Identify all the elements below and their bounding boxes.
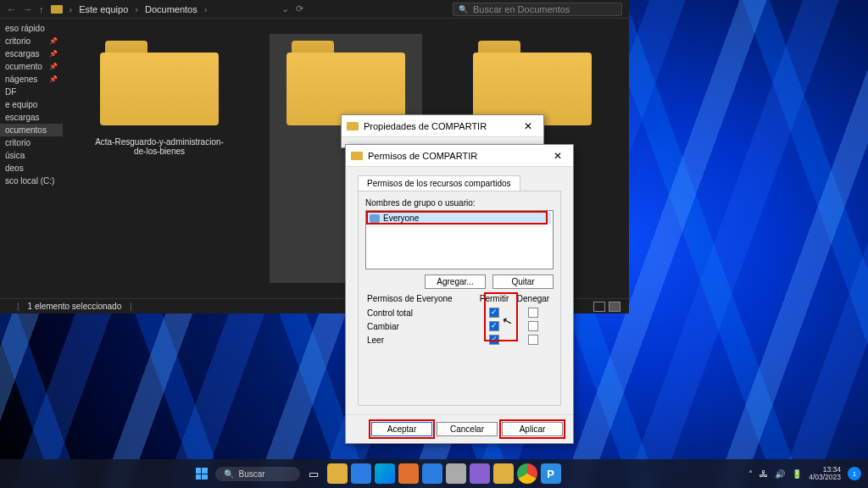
store-icon[interactable]: [422, 463, 442, 484]
app-icon[interactable]: [398, 463, 419, 484]
explorer-taskbar-icon[interactable]: [327, 463, 348, 484]
allow-checkbox[interactable]: [489, 308, 499, 318]
cancel-button[interactable]: Cancelar: [437, 422, 498, 436]
app-icon[interactable]: [446, 463, 466, 484]
battery-icon[interactable]: 🔋: [792, 469, 802, 479]
search-icon: 🔍: [224, 469, 234, 479]
sidebar-item[interactable]: eso rápido: [0, 22, 63, 35]
user-label: Everyone: [383, 214, 419, 223]
permissions-dialog: Permisos de COMPARTIR ✕ Permisos de los …: [345, 144, 574, 444]
sidebar-item[interactable]: e equipo: [0, 98, 63, 111]
folder-icon: [473, 41, 592, 125]
deny-checkbox[interactable]: [528, 321, 538, 331]
folder-icon: [100, 41, 219, 125]
edge-icon[interactable]: [375, 463, 395, 484]
explorer-sidebar: eso rápidocritorio📌escargas📌ocumento📌nág…: [0, 19, 63, 298]
explorer-taskbar-icon[interactable]: [493, 463, 514, 484]
app-icon[interactable]: P: [541, 463, 561, 484]
breadcrumb-sep: ›: [135, 4, 138, 14]
folder-icon: [287, 41, 405, 125]
folder-item[interactable]: Acta-Resguardo-y-administracion-de-los-b…: [83, 34, 236, 283]
sidebar-item[interactable]: DF: [0, 86, 63, 98]
user-everyone[interactable]: Everyone: [368, 213, 551, 224]
properties-dialog: Propiedades de COMPARTIR ✕: [341, 114, 544, 148]
view-large-icon[interactable]: [609, 302, 620, 312]
properties-titlebar[interactable]: Propiedades de COMPARTIR ✕: [342, 115, 543, 137]
clock-date: 4/03/2023: [809, 474, 841, 481]
app-icon[interactable]: [470, 463, 490, 484]
notification-badge[interactable]: 1: [848, 467, 861, 480]
explorer-search[interactable]: 🔍 Buscar en Documentos: [453, 3, 622, 16]
folder-icon: [351, 152, 363, 160]
folder-label: Acta-Resguardo-y-administracion-de-los-b…: [90, 137, 229, 156]
deny-checkbox[interactable]: [528, 335, 538, 345]
users-icon: [370, 214, 380, 223]
remove-button[interactable]: Quitar: [492, 274, 554, 289]
taskbar: 🔍 Buscar ▭ P ˄ 🖧 🔊 🔋 13:34 4/03/2023 1: [0, 459, 868, 488]
tab-share-permissions[interactable]: Permisos de los recursos compartidos: [358, 175, 520, 191]
permission-row: Control total: [367, 307, 552, 319]
network-icon[interactable]: 🖧: [760, 469, 768, 479]
nav-back-icon[interactable]: ←: [7, 4, 16, 14]
breadcrumb-sep: ›: [70, 4, 73, 14]
refresh-icon[interactable]: ⟳: [296, 3, 303, 14]
task-view-icon[interactable]: ▭: [303, 463, 324, 484]
sidebar-item[interactable]: critorio📌: [0, 35, 63, 47]
permissions-table: Permisos de Everyone Permitir Denegar Co…: [365, 292, 554, 347]
deny-checkbox[interactable]: [528, 308, 538, 318]
taskbar-clock[interactable]: 13:34 4/03/2023: [809, 466, 841, 482]
permissions-titlebar[interactable]: Permisos de COMPARTIR ✕: [346, 145, 573, 167]
chrome-icon[interactable]: [517, 463, 537, 484]
search-placeholder: Buscar en Documentos: [473, 4, 570, 14]
start-button[interactable]: [192, 463, 212, 484]
nav-up-icon[interactable]: ↑: [39, 4, 44, 14]
close-icon[interactable]: ✕: [516, 120, 540, 132]
add-button[interactable]: Agregar...: [425, 274, 486, 289]
sidebar-item[interactable]: critorio: [0, 136, 63, 149]
view-details-icon[interactable]: [593, 302, 605, 312]
permission-name: Cambiar: [367, 320, 474, 332]
permission-name: Leer: [367, 334, 474, 346]
taskbar-search[interactable]: 🔍 Buscar: [215, 467, 300, 481]
status-selection: 1 elemento seleccionado: [28, 302, 122, 311]
breadcrumb-item[interactable]: Este equipo: [79, 4, 128, 14]
permission-row: Cambiar: [367, 320, 552, 332]
sidebar-item[interactable]: deos: [0, 162, 63, 175]
breadcrumb-sep: ›: [204, 4, 208, 14]
folder-icon: [347, 122, 359, 130]
ok-button[interactable]: Aceptar: [371, 422, 432, 436]
search-icon: 🔍: [459, 5, 468, 14]
permissions-for-label: Permisos de Everyone: [367, 294, 474, 305]
apply-button[interactable]: Aplicar: [502, 422, 563, 436]
volume-icon[interactable]: 🔊: [775, 469, 785, 479]
sidebar-item[interactable]: ocumentos: [0, 124, 63, 136]
breadcrumb-dropdown-icon[interactable]: ⌄: [281, 3, 289, 14]
allow-checkbox[interactable]: [489, 321, 499, 331]
sidebar-item[interactable]: sco local (C:): [0, 175, 63, 187]
breadcrumb-item[interactable]: Documentos: [145, 4, 198, 14]
nav-fwd-icon[interactable]: →: [23, 4, 32, 14]
search-label: Buscar: [239, 469, 265, 479]
sidebar-item[interactable]: úsica: [0, 149, 63, 162]
dialog-footer: Aceptar Cancelar Aplicar: [346, 414, 573, 443]
permission-row: Leer: [367, 334, 552, 346]
group-users-label: Nombres de grupo o usuario:: [365, 198, 554, 208]
properties-title: Propiedades de COMPARTIR: [364, 121, 487, 131]
col-deny: Denegar: [515, 294, 552, 305]
allow-checkbox[interactable]: [489, 335, 499, 345]
sidebar-item[interactable]: escargas📌: [0, 47, 63, 60]
tray-chevron-icon[interactable]: ˄: [748, 469, 753, 479]
users-listbox[interactable]: Everyone: [365, 210, 554, 269]
sidebar-item[interactable]: ocumento📌: [0, 60, 63, 73]
sidebar-item[interactable]: escargas: [0, 111, 63, 124]
col-allow: Permitir: [476, 294, 513, 305]
sidebar-item[interactable]: nágenes📌: [0, 73, 63, 86]
permissions-title: Permisos de COMPARTIR: [368, 151, 477, 161]
explorer-toolbar: ← → ↑ › Este equipo › Documentos › ⌄ ⟳ 🔍…: [0, 0, 629, 19]
permission-name: Control total: [367, 307, 474, 319]
app-icon[interactable]: [351, 463, 371, 484]
close-icon[interactable]: ✕: [546, 150, 570, 162]
folder-icon: [51, 5, 63, 14]
